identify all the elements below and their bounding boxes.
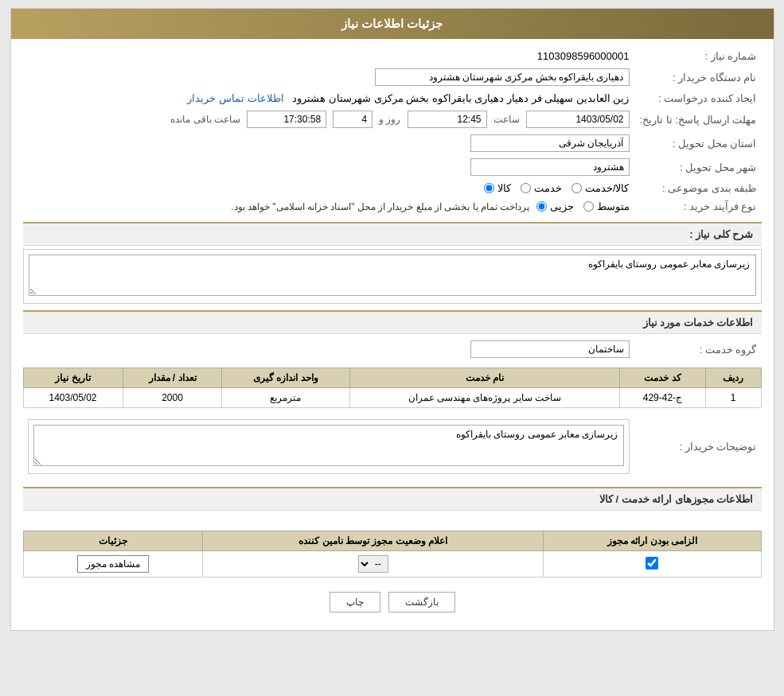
- service-group-input[interactable]: [470, 340, 630, 358]
- radio-mottavaset[interactable]: متوسط: [583, 200, 630, 212]
- col-permit-required: الزامی بودن ارائه مجوز: [544, 531, 761, 551]
- buyer-desc-value: [23, 413, 634, 480]
- category-label: طبقه بندی موضوعی :: [634, 179, 762, 197]
- buyer-org-label: نام دستگاه خریدار :: [634, 65, 762, 89]
- province-value: [23, 131, 634, 155]
- service-group-value: [23, 337, 634, 361]
- contact-link[interactable]: اطلاعات تماس خریدار: [187, 92, 283, 104]
- permit-row: -- مشاهده مجوز: [23, 551, 761, 577]
- city-label: شهر محل تحویل :: [634, 155, 762, 179]
- need-number-text: 1103098596000001: [537, 50, 630, 62]
- content-area: شماره نیاز : 1103098596000001 نام دستگاه…: [11, 39, 774, 630]
- footer-buttons: بازگشت چاپ: [23, 582, 762, 622]
- radio-jozi[interactable]: جزیی: [536, 200, 574, 212]
- col-permit-details: جزئیات: [23, 531, 203, 551]
- response-deadline-label: مهلت ارسال پاسخ: تا تاریخ:: [634, 107, 762, 131]
- service-group-table: گروه خدمت :: [23, 337, 762, 361]
- print-button[interactable]: چاپ: [330, 592, 380, 612]
- cell-quantity: 2000: [123, 388, 222, 408]
- days-input[interactable]: [333, 111, 372, 128]
- province-input[interactable]: [470, 134, 630, 152]
- cell-unit: مترمربع: [222, 388, 349, 408]
- service-row: 1 ج-42-429 ساخت سایر پروژه‌های مهندسی عم…: [23, 388, 761, 408]
- col-name: نام خدمت: [349, 368, 620, 388]
- page-title: جزئیات اطلاعات نیاز: [341, 17, 443, 30]
- cell-code: ج-42-429: [620, 388, 706, 408]
- purchase-note: پرداخت تمام یا بخشی از مبلغ خریدار از مح…: [231, 201, 529, 212]
- buyer-org-value: [23, 65, 634, 89]
- requester-value: زین العابدین سهیلی فر دهیار دهیاری بایقر…: [23, 89, 634, 107]
- cell-name: ساخت سایر پروژه‌های مهندسی عمران: [349, 388, 620, 408]
- permit-details-cell: مشاهده مجوز: [23, 551, 203, 577]
- services-section-header: اطلاعات خدمات مورد نیاز: [23, 310, 762, 334]
- col-permit-status: اعلام وضعیت مجوز توسط نامین کننده: [203, 531, 544, 551]
- general-desc-label: شرح کلی نیاز :: [689, 228, 753, 240]
- permits-title: اطلاعات مجوزهای ارائه خدمت / کالا: [599, 493, 754, 505]
- cell-row: 1: [705, 388, 761, 408]
- general-desc-section-header: شرح کلی نیاز :: [23, 222, 762, 246]
- info-table: شماره نیاز : 1103098596000001 نام دستگاه…: [23, 47, 762, 216]
- category-radios: کالا/خدمت خدمت کالا: [23, 179, 634, 197]
- col-code: کد خدمت: [620, 368, 706, 388]
- response-date-input[interactable]: [526, 111, 630, 128]
- need-number-label: شماره نیاز :: [634, 47, 762, 65]
- radio-kala[interactable]: کالا: [484, 182, 511, 194]
- purchase-type-value: متوسط جزیی پرداخت تمام یا بخشی از مبلغ خ…: [23, 197, 634, 216]
- remaining-time-input[interactable]: [247, 111, 326, 128]
- permit-status-select[interactable]: --: [358, 555, 388, 573]
- view-permit-button[interactable]: مشاهده مجوز: [77, 555, 149, 573]
- permit-required-cell: [544, 551, 761, 577]
- col-date: تاریخ نیاز: [23, 368, 123, 388]
- permit-status-cell: --: [203, 551, 544, 577]
- requester-label: ایجاد کننده درخواست :: [634, 89, 762, 107]
- response-deadline-value: ساعت روز و ساعت باقی مانده: [23, 107, 634, 131]
- back-button[interactable]: بازگشت: [388, 592, 455, 612]
- remaining-label: ساعت باقی مانده: [170, 114, 240, 125]
- day-label: روز و: [379, 114, 400, 125]
- need-number-value: 1103098596000001: [23, 47, 634, 65]
- service-group-label: گروه خدمت :: [634, 337, 762, 361]
- page-header: جزئیات اطلاعات نیاز: [11, 9, 774, 39]
- province-label: استان محل تحویل :: [634, 131, 762, 155]
- services-title: اطلاعات خدمات مورد نیاز: [643, 317, 754, 329]
- city-value: [23, 155, 634, 179]
- buyer-desc-textarea[interactable]: [33, 425, 624, 466]
- response-time-input[interactable]: [408, 111, 487, 128]
- radio-mottavaset-input[interactable]: [583, 201, 594, 212]
- buyer-org-input[interactable]: [375, 68, 630, 86]
- buyer-desc-table: توضیحات خریدار :: [23, 413, 762, 480]
- cell-date: 1403/05/02: [23, 388, 123, 408]
- col-quantity: تعداد / مقدار: [123, 368, 222, 388]
- radio-kala-input[interactable]: [484, 183, 494, 193]
- services-table: ردیف کد خدمت نام خدمت واحد اندازه گیری ت…: [23, 367, 762, 408]
- radio-kala-khedmat-input[interactable]: [571, 183, 582, 193]
- radio-jozi-input[interactable]: [536, 201, 547, 212]
- general-desc-box: [23, 249, 762, 304]
- general-desc-textarea[interactable]: [29, 255, 756, 296]
- permits-section-header: اطلاعات مجوزهای ارائه خدمت / کالا: [23, 487, 762, 511]
- radio-khedmat[interactable]: خدمت: [521, 182, 562, 194]
- requester-text: زین العابدین سهیلی فر دهیار دهیاری بایقر…: [292, 92, 629, 104]
- permits-table: الزامی بودن ارائه مجوز اعلام وضعیت مجوز …: [23, 531, 762, 577]
- radio-kala-khedmat[interactable]: کالا/خدمت: [571, 182, 630, 194]
- time-separator-label: ساعت: [493, 114, 520, 125]
- radio-khedmat-input[interactable]: [521, 183, 531, 193]
- buyer-desc-label: توضیحات خریدار :: [634, 413, 762, 480]
- permit-required-checkbox[interactable]: [646, 557, 658, 570]
- col-row: ردیف: [705, 368, 761, 388]
- col-unit: واحد اندازه گیری: [222, 368, 349, 388]
- purchase-type-label: نوع فرآیند خرید :: [634, 197, 762, 216]
- city-input[interactable]: [470, 158, 630, 176]
- main-container: جزئیات اطلاعات نیاز شماره نیاز : 1103098…: [10, 8, 774, 631]
